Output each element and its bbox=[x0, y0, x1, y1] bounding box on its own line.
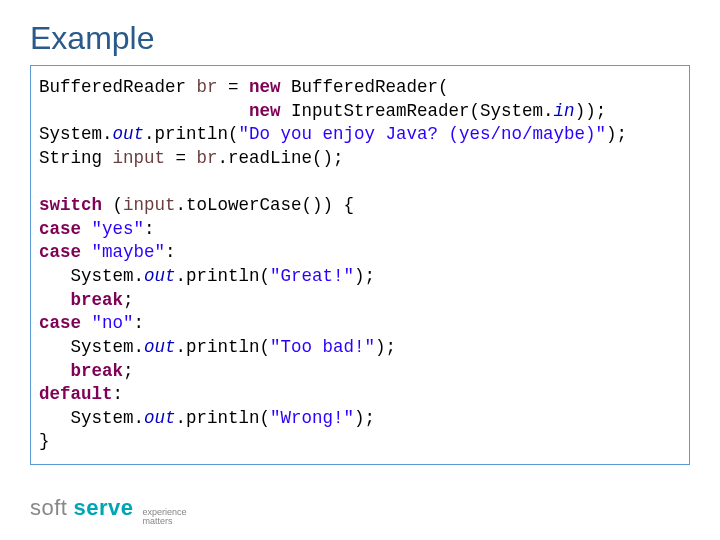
code-string: "no" bbox=[92, 313, 134, 333]
code-var: input bbox=[123, 195, 176, 215]
code-text: : bbox=[113, 384, 124, 404]
code-string: "Wrong!" bbox=[270, 408, 354, 428]
code-text bbox=[81, 242, 92, 262]
slide-title: Example bbox=[30, 20, 690, 57]
code-text bbox=[81, 313, 92, 333]
code-text: .println( bbox=[176, 408, 271, 428]
code-text: .println( bbox=[176, 266, 271, 286]
code-text: .println( bbox=[144, 124, 239, 144]
code-text: } bbox=[39, 431, 50, 451]
code-keyword: default bbox=[39, 384, 113, 404]
code-text: = bbox=[165, 148, 197, 168]
code-string: "maybe" bbox=[92, 242, 166, 262]
code-field: in bbox=[554, 101, 575, 121]
code-keyword: switch bbox=[39, 195, 102, 215]
code-var: input bbox=[113, 148, 166, 168]
code-text: ); bbox=[354, 266, 375, 286]
code-keyword: break bbox=[71, 290, 124, 310]
code-text bbox=[39, 361, 71, 381]
code-text: System. bbox=[39, 266, 144, 286]
code-text: String bbox=[39, 148, 113, 168]
code-text: System. bbox=[39, 408, 144, 428]
code-text: = bbox=[218, 77, 250, 97]
logo-tagline: experience matters bbox=[142, 508, 186, 526]
code-string: "yes" bbox=[92, 219, 145, 239]
code-string: "Great!" bbox=[270, 266, 354, 286]
code-field: out bbox=[113, 124, 145, 144]
code-keyword: new bbox=[249, 77, 281, 97]
code-text: .toLowerCase()) { bbox=[176, 195, 355, 215]
tagline-line2: matters bbox=[142, 517, 186, 526]
code-text: ); bbox=[606, 124, 627, 144]
code-text: System. bbox=[39, 337, 144, 357]
code-text bbox=[39, 290, 71, 310]
code-text: ); bbox=[375, 337, 396, 357]
code-text bbox=[39, 101, 249, 121]
code-text: ; bbox=[123, 361, 134, 381]
code-text: System. bbox=[39, 124, 113, 144]
code-text: )); bbox=[575, 101, 607, 121]
code-string: "Too bad!" bbox=[270, 337, 375, 357]
code-text: : bbox=[134, 313, 145, 333]
code-field: out bbox=[144, 266, 176, 286]
code-text bbox=[81, 219, 92, 239]
logo-part-serve: serve bbox=[73, 495, 133, 521]
code-text: .readLine(); bbox=[218, 148, 344, 168]
code-text: BufferedReader( bbox=[281, 77, 449, 97]
code-field: out bbox=[144, 408, 176, 428]
code-text: ; bbox=[123, 290, 134, 310]
logo-part-soft: soft bbox=[30, 495, 67, 521]
code-text: .println( bbox=[176, 337, 271, 357]
code-var: br bbox=[197, 148, 218, 168]
code-text: : bbox=[165, 242, 176, 262]
code-text: BufferedReader bbox=[39, 77, 197, 97]
code-text: InputStreamReader(System. bbox=[281, 101, 554, 121]
code-keyword: case bbox=[39, 242, 81, 262]
code-string: "Do you enjoy Java? (yes/no/maybe)" bbox=[239, 124, 607, 144]
code-text: ( bbox=[102, 195, 123, 215]
code-text: ); bbox=[354, 408, 375, 428]
code-keyword: break bbox=[71, 361, 124, 381]
code-field: out bbox=[144, 337, 176, 357]
code-var: br bbox=[197, 77, 218, 97]
code-keyword: case bbox=[39, 313, 81, 333]
code-keyword: case bbox=[39, 219, 81, 239]
footer-logo: softserve experience matters bbox=[30, 495, 187, 526]
code-keyword: new bbox=[249, 101, 281, 121]
code-block: BufferedReader br = new BufferedReader( … bbox=[30, 65, 690, 465]
code-text: : bbox=[144, 219, 155, 239]
